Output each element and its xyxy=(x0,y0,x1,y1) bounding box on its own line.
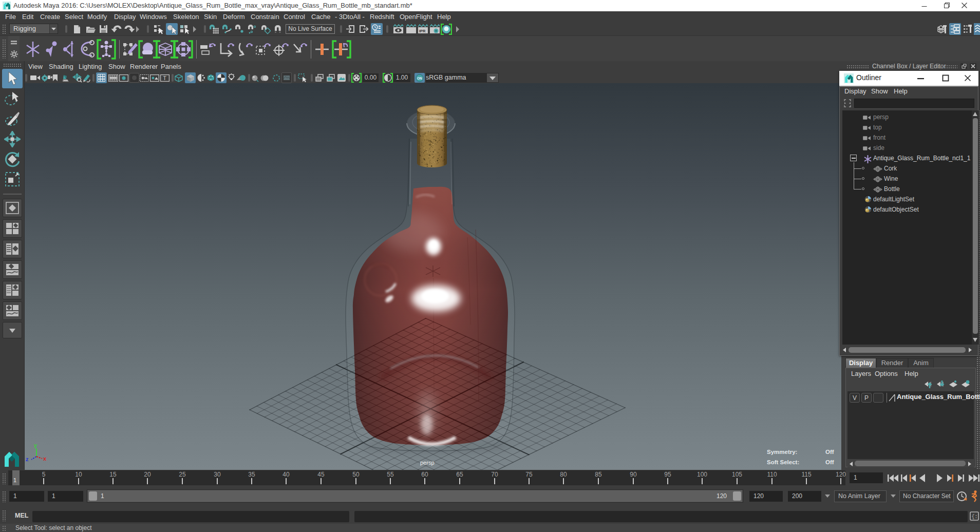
svg-text:y: y xyxy=(34,442,37,448)
svg-text:persp: persp xyxy=(420,460,435,466)
svg-text:x: x xyxy=(43,455,47,462)
svg-text:Symmetry:: Symmetry: xyxy=(767,449,797,455)
svg-text:Soft Select:: Soft Select: xyxy=(767,459,799,465)
svg-text:z: z xyxy=(26,456,29,462)
svg-text:IPR: IPR xyxy=(419,29,426,33)
svg-text:{:}: {:} xyxy=(972,514,979,520)
svg-text:Off: Off xyxy=(825,459,834,465)
svg-text:Off: Off xyxy=(825,449,834,455)
svg-text:T: T xyxy=(163,75,166,81)
svg-text:ON: ON xyxy=(417,77,422,80)
